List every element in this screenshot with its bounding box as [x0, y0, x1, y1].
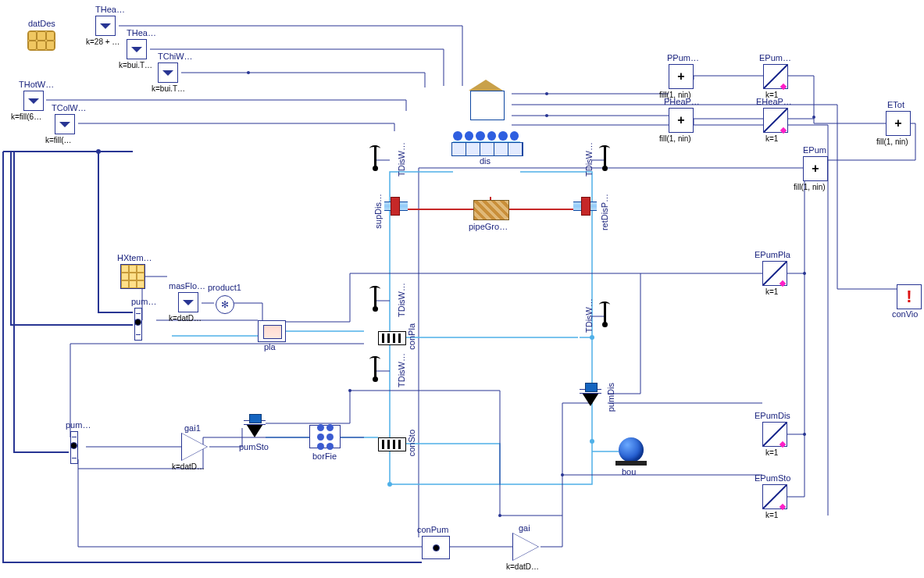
epum-sum-k: fill(1, nin): [794, 183, 826, 191]
epumdis-integrator[interactable]: [762, 422, 787, 447]
tchiw-k: k=bui.T…: [152, 84, 185, 93]
convio-block[interactable]: !: [897, 284, 922, 309]
thotw-block[interactable]: [23, 91, 44, 111]
dis-label: dis: [480, 156, 491, 166]
pumdis-label: pumDis: [606, 383, 615, 412]
gai-label: gai: [519, 523, 530, 533]
tdisw-sup-top-sensor[interactable]: [369, 145, 383, 170]
tdisw-sup-bot-sensor[interactable]: [369, 356, 383, 381]
tdisw-ret-mid-sensor[interactable]: [598, 301, 612, 326]
svg-point-11: [561, 473, 564, 476]
tcolw-label: TColW…: [52, 103, 87, 112]
bui-roof-icon: [469, 80, 503, 91]
diagram-canvas[interactable]: datDes THea… k=28 + … THea… k=bui.T… TCh…: [0, 0, 924, 578]
epum-sum-block[interactable]: +: [803, 156, 828, 181]
epumsto-integrator[interactable]: [762, 484, 787, 509]
eheap-k: k=1: [765, 134, 778, 143]
thea-sup-k: k=28 + …: [86, 37, 120, 46]
mux1-dot-icon: [134, 319, 141, 326]
svg-point-2: [545, 92, 548, 95]
thotw-k: k=fill(6…: [11, 112, 41, 121]
epumpla-label: EPumPla: [755, 250, 790, 259]
thea-sup-block[interactable]: [95, 16, 116, 36]
gai-block[interactable]: [512, 533, 539, 561]
epum-integrator-1[interactable]: [763, 64, 788, 89]
ppum-sum-block[interactable]: +: [669, 64, 694, 89]
epumsto-k: k=1: [765, 511, 778, 519]
product1-block[interactable]: ✻: [216, 295, 234, 314]
epumsto-label: EPumSto: [755, 473, 790, 483]
borfie-block[interactable]: [309, 425, 341, 448]
svg-point-9: [387, 482, 392, 487]
epumdis-label: EPumDis: [755, 411, 790, 420]
tcolw-k: k=fill(…: [45, 136, 72, 144]
svg-point-4: [812, 116, 815, 119]
tdisw-sup-bot-label: TDisW…: [397, 353, 406, 387]
bou-label: bou: [622, 467, 636, 476]
conpla-block[interactable]: [378, 331, 406, 345]
masflo-block[interactable]: [178, 292, 198, 312]
supdis-label: supDis…: [373, 194, 383, 229]
hxtem-label: HXtem…: [117, 253, 152, 262]
pipegro-label: pipeGro…: [469, 222, 508, 231]
bou-block[interactable]: [619, 437, 644, 462]
thotw-label: THotW…: [19, 80, 54, 89]
pumdis-cap-icon: [585, 383, 598, 392]
retdisp-label: retDisP…: [600, 194, 609, 230]
eheap-integrator[interactable]: [763, 108, 788, 133]
tdisw-sup-mid-sensor[interactable]: [369, 286, 383, 311]
svg-point-1: [96, 149, 101, 154]
dis-manifold-top-icon: [453, 131, 519, 141]
gai-k: k=datD…: [506, 562, 539, 571]
tdisw-sup-mid-label: TDisW…: [397, 283, 406, 317]
tdisw-ret-top-sensor[interactable]: [598, 145, 612, 170]
pheap-sum-block[interactable]: +: [669, 108, 694, 133]
svg-point-7: [590, 335, 594, 340]
epumpla-k: k=1: [765, 287, 778, 296]
product1-label: product1: [208, 283, 241, 292]
pumsto-cap-icon: [249, 414, 262, 423]
thea2-block[interactable]: [127, 39, 147, 59]
pipegro-block[interactable]: [473, 200, 509, 220]
tdisw-sup-top-label: TDisW…: [397, 142, 406, 177]
epumpla-integrator[interactable]: [762, 261, 787, 286]
consto-block[interactable]: [378, 437, 406, 451]
etot-sum-block[interactable]: +: [886, 111, 911, 136]
pla-block[interactable]: [258, 320, 286, 342]
thea-sup-label: THea…: [95, 5, 125, 14]
ret-pipe-cap: [581, 197, 590, 216]
epum1-label: EPum…: [759, 53, 791, 62]
datdes-label: datDes: [28, 19, 55, 28]
tcolw-block[interactable]: [55, 114, 75, 134]
masflo-label: masFlo…: [169, 281, 205, 291]
datdes-block[interactable]: [27, 30, 55, 51]
gai1-label: gai1: [184, 423, 201, 433]
pla-label: pla: [264, 342, 276, 351]
hxtem-block[interactable]: [120, 264, 145, 289]
etot-k: fill(1, nin): [876, 137, 908, 146]
gai1-block[interactable]: [181, 433, 208, 461]
etot-label: ETot: [887, 100, 904, 109]
gai1-k: k=datD…: [172, 462, 205, 471]
conpum-block[interactable]: [422, 536, 450, 559]
epumdis-k: k=1: [765, 448, 778, 457]
ppum-label: PPum…: [667, 53, 699, 62]
pheap-label: PHeaP…: [664, 97, 700, 106]
dis-block[interactable]: [451, 142, 523, 156]
epum-sum-label: EPum: [803, 145, 826, 155]
masflo-k: k=datD…: [169, 314, 202, 323]
consto-label: conSto: [407, 430, 416, 456]
bou-base-icon: [615, 461, 647, 466]
tchiw-block[interactable]: [158, 62, 178, 83]
svg-point-8: [590, 439, 594, 444]
mux2-dot-icon: [70, 442, 77, 449]
bui-block[interactable]: [470, 91, 505, 120]
svg-point-12: [348, 389, 351, 392]
pumsto-label: pumSto: [239, 442, 269, 451]
pum-mux1-label: pum…: [131, 297, 156, 306]
tdisw-ret-mid-label: TDisW…: [584, 298, 594, 333]
svg-point-3: [545, 114, 548, 117]
svg-point-15: [803, 433, 806, 436]
conpla-label: conPla: [407, 323, 416, 350]
thea2-label: THea…: [127, 28, 156, 37]
